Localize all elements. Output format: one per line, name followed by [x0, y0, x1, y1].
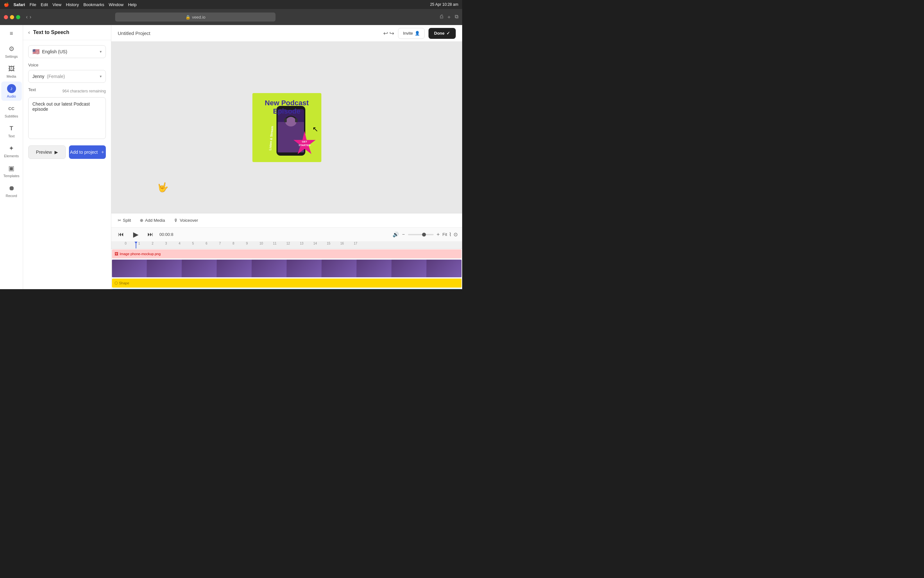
menu-edit[interactable]: Edit [41, 2, 48, 7]
settings-small-icon[interactable]: ⊙ [453, 231, 458, 237]
text-icon: T [7, 124, 16, 133]
video-thumbs [112, 260, 461, 277]
chars-remaining: 964 characters remaining [63, 89, 106, 93]
undo-button[interactable]: ↩ [383, 30, 388, 37]
voice-section: Voice Jenny (Female) ▾ [28, 63, 106, 83]
address-bar[interactable]: 🔒 veed.io [115, 13, 275, 21]
done-button[interactable]: Done ✓ [429, 28, 456, 39]
svg-rect-5 [284, 119, 287, 122]
sidebar-label-templates: Templates [3, 174, 19, 178]
sidebar-item-record[interactable]: ⏺ Record [1, 181, 22, 200]
play-icon: ▶ [55, 149, 58, 155]
menu-window[interactable]: Window [109, 2, 123, 7]
voiceover-label: Voiceover [180, 218, 198, 223]
ruler-mark-8: 8 [233, 242, 235, 245]
video-track[interactable] [112, 260, 461, 277]
preview-button[interactable]: Preview ▶ [28, 145, 66, 159]
menu-bookmarks[interactable]: Bookmarks [83, 2, 104, 7]
play-pause-button[interactable]: ▶ [130, 229, 141, 240]
rewind-button[interactable]: ⏮ [116, 229, 126, 240]
menu-history[interactable]: History [66, 2, 79, 7]
ruler-mark-11: 11 [273, 242, 277, 245]
media-icon: 🖼 [7, 64, 16, 73]
timeline-toolbar: ✂ Split ⊕ Add Media 🎙 Voiceover [111, 213, 462, 227]
menu-help[interactable]: Help [128, 2, 137, 7]
ruler-mark-9: 9 [246, 242, 248, 245]
timeline-tracks[interactable]: 0 1 2 3 4 5 6 7 8 9 10 11 12 [111, 242, 462, 289]
fit-button[interactable]: Fit [443, 232, 447, 237]
svg-rect-6 [295, 119, 298, 122]
ruler-mark-7: 7 [219, 242, 221, 245]
language-selector-wrapper: 🇺🇸 English (US) ▾ [28, 45, 106, 58]
zoom-slider[interactable] [408, 234, 434, 235]
ruler-mark-5: 5 [192, 242, 194, 245]
add-to-project-button[interactable]: Add to project ＋ [69, 145, 106, 159]
menu-file[interactable]: File [29, 2, 36, 7]
language-selector[interactable]: 🇺🇸 English (US) ▾ [28, 45, 106, 58]
done-label: Done [434, 31, 445, 36]
menu-view[interactable]: View [53, 2, 61, 7]
waveform-icon[interactable]: ⌇ [449, 231, 451, 237]
podcast-canvas: New Podcast Episode Listen & Stream [252, 93, 321, 162]
shape-track[interactable]: ⬡ Shape [112, 279, 461, 287]
canvas-area[interactable]: New Podcast Episode Listen & Stream [111, 42, 462, 213]
forward-nav-icon[interactable]: › [29, 14, 31, 20]
browser-chrome: ‹ › 🔒 veed.io ⎙ ＋ ⧉ [0, 9, 462, 25]
traffic-lights [4, 15, 20, 19]
ruler-mark-4: 4 [179, 242, 181, 245]
voice-selector[interactable]: Jenny (Female) ▾ [28, 70, 106, 83]
zoom-thumb[interactable] [422, 233, 426, 237]
split-button[interactable]: ✂ Split [116, 217, 133, 224]
video-track-row [111, 259, 462, 278]
sidebar-label-text: Text [8, 134, 15, 138]
playhead-arrow [134, 242, 138, 244]
sidebar: ≡ ⚙ Settings 🖼 Media ♪ Audio CC Subtitle… [0, 25, 23, 289]
voice-selector-wrapper: Jenny (Female) ▾ [28, 70, 106, 83]
sidebar-item-templates[interactable]: ▣ Templates [1, 161, 22, 180]
panel-title: Text to Speech [33, 29, 69, 35]
panel-header: ‹ Text to Speech [23, 25, 111, 40]
invite-button[interactable]: Invite 👤 [398, 28, 424, 39]
language-selector-inner: 🇺🇸 English (US) [32, 48, 67, 55]
sidebar-item-subtitles[interactable]: CC Subtitles [1, 101, 22, 121]
image-track[interactable]: 🖼 Image phone-mockup.png [112, 249, 461, 258]
add-media-button[interactable]: ⊕ Add Media [138, 217, 167, 224]
plus-icon: ＋ [100, 149, 105, 155]
redo-button[interactable]: ↪ [389, 30, 394, 37]
voiceover-button[interactable]: 🎙 Voiceover [172, 217, 200, 224]
close-button[interactable] [4, 15, 8, 19]
action-buttons: Preview ▶ Add to project ＋ [28, 145, 106, 159]
zoom-in-button[interactable]: ＋ [435, 231, 441, 238]
sidebar-item-media[interactable]: 🖼 Media [1, 62, 22, 81]
maximize-button[interactable] [16, 15, 20, 19]
shape-track-row: ⬡ Shape [111, 278, 462, 288]
tab-overview-icon[interactable]: ⧉ [455, 14, 458, 21]
share-icon[interactable]: ⎙ [440, 14, 443, 21]
fast-forward-button[interactable]: ⏭ [145, 229, 155, 240]
sidebar-menu-button[interactable]: ≡ [6, 28, 17, 39]
preview-label: Preview [36, 149, 52, 155]
text-input[interactable]: Check out our latest Podcast episode [28, 97, 106, 139]
app-menu-safari[interactable]: Safari [13, 2, 25, 7]
apple-menu[interactable]: 🍎 [4, 2, 9, 7]
ruler-mark-3: 3 [165, 242, 167, 245]
minimize-button[interactable] [10, 15, 14, 19]
back-nav-icon[interactable]: ‹ [26, 14, 28, 20]
ruler-mark-12: 12 [286, 242, 290, 245]
sidebar-item-elements[interactable]: ✦ Elements [1, 141, 22, 161]
templates-icon: ▣ [7, 164, 16, 173]
add-media-icon: ⊕ [140, 218, 143, 223]
zoom-out-button[interactable]: － [401, 231, 406, 238]
back-button[interactable]: ‹ [28, 29, 30, 35]
image-track-icon: 🖼 [115, 252, 118, 256]
video-thumb-4 [217, 260, 252, 277]
volume-icon[interactable]: 🔊 [393, 231, 399, 237]
video-thumb-5 [252, 260, 287, 277]
sidebar-item-settings[interactable]: ⚙ Settings [1, 42, 22, 61]
sidebar-item-audio[interactable]: ♪ Audio [1, 81, 22, 101]
sidebar-item-text[interactable]: T Text [1, 121, 22, 141]
new-tab-icon[interactable]: ＋ [447, 14, 451, 21]
image-track-row: 🖼 Image phone-mockup.png [111, 249, 462, 259]
zoom-controls: 🔊 － ＋ Fit ⌇ ⊙ [393, 231, 458, 238]
sidebar-label-subtitles: Subtitles [5, 114, 18, 118]
